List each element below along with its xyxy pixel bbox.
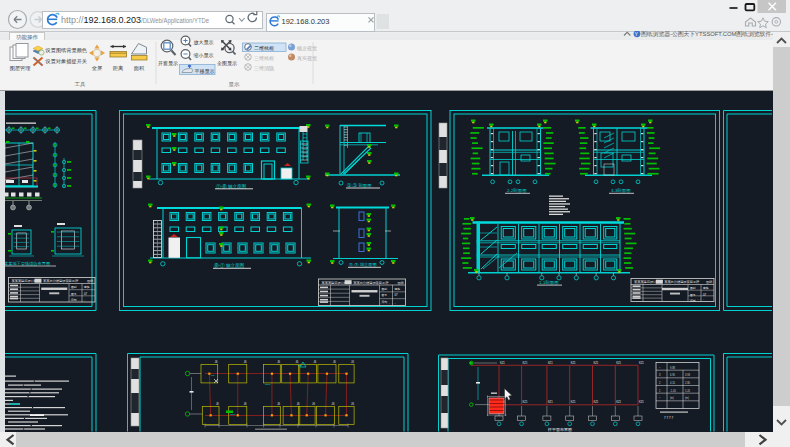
svg-text:KZ1: KZ1 [548, 361, 553, 365]
svg-text:三维线框: 三维线框 [254, 55, 274, 61]
svg-text:建施: 建施 [83, 285, 90, 289]
svg-text:KZ1: KZ1 [548, 400, 553, 404]
svg-text:6.95: 6.95 [670, 373, 676, 377]
svg-text:KZ1: KZ1 [594, 400, 599, 404]
svg-text:Ⓐ-Ⓐ 轴立面图: Ⓐ-Ⓐ 轴立面图 [349, 262, 377, 267]
svg-text:http://192.168.0.203/DLWeb/App: http://192.168.0.203/DLWeb/Application/Y… [61, 15, 209, 25]
svg-text:3.93: 3.93 [685, 373, 691, 377]
svg-text:开窗显示: 开窗显示 [158, 60, 178, 67]
svg-text:KZ1: KZ1 [616, 400, 621, 404]
svg-text:某某办公楼建设项目工程: 某某办公楼建设项目工程 [353, 281, 389, 285]
svg-text:平移显示: 平移显示 [195, 68, 215, 75]
svg-text:全图显示: 全图显示 [217, 60, 237, 67]
svg-text:......: ...... [70, 298, 87, 302]
svg-text:面积: 面积 [134, 65, 145, 71]
svg-text:Y: Y [635, 31, 639, 37]
svg-text:KZ1: KZ1 [616, 361, 621, 365]
svg-text:显示: 显示 [229, 81, 241, 87]
svg-text:图别: 图别 [71, 285, 77, 289]
svg-text:图层管理: 图层管理 [10, 65, 31, 72]
svg-text:图号: 图号 [382, 293, 388, 297]
svg-text:设置对象捕捉开关: 设置对象捕捉开关 [45, 58, 88, 65]
svg-text:工具: 工具 [75, 81, 87, 87]
svg-text:KZ1: KZ1 [571, 361, 576, 365]
svg-text:二维线框: 二维线框 [254, 45, 274, 51]
svg-text:KZ1: KZ1 [571, 400, 576, 404]
svg-text:KZ1: KZ1 [523, 361, 528, 365]
svg-text:4.15: 4.15 [670, 381, 676, 385]
svg-text:(m): (m) [670, 396, 674, 400]
svg-text:全屏: 全屏 [92, 65, 103, 71]
svg-text:......: ...... [689, 297, 706, 301]
svg-text:07: 07 [84, 292, 88, 296]
svg-text:KZ1: KZ1 [639, 400, 644, 404]
svg-text:╍╍╍: ╍╍╍ [230, 413, 236, 417]
svg-text:某某办公楼建设项目工程: 某某办公楼建设项目工程 [664, 280, 700, 284]
svg-text:图纸: 图纸 [706, 280, 713, 284]
svg-text:图别: 图别 [382, 287, 388, 291]
svg-text:概念视觉: 概念视觉 [296, 45, 317, 52]
svg-text:KZ1: KZ1 [639, 361, 644, 365]
svg-text:......: ...... [381, 301, 398, 305]
svg-text:真实视觉: 真实视觉 [297, 55, 317, 62]
svg-text:某某地下管线综合布置图: 某某地下管线综合布置图 [5, 261, 50, 266]
svg-text:1-1剖面图: 1-1剖面图 [539, 280, 559, 285]
svg-text:2-2剖面图: 2-2剖面图 [507, 188, 527, 193]
svg-text:某某办公楼建设项目工程: 某某办公楼建设项目工程 [43, 279, 79, 283]
svg-text:9.88: 9.88 [670, 366, 676, 370]
svg-text:建施: 建施 [702, 286, 709, 290]
svg-text:图纸浏览器-公图天下YTSSOFT.COM图纸浏览软件-试用: 图纸浏览器-公图天下YTSSOFT.COM图纸浏览软件-试用版 [641, 31, 773, 38]
svg-text:2.80: 2.80 [685, 381, 691, 385]
svg-text:╍╍: ╍╍ [211, 374, 215, 378]
svg-text:三维消隐: 三维消隐 [254, 65, 274, 72]
svg-text:KZ1: KZ1 [594, 361, 599, 365]
svg-text:图纸: 图纸 [87, 279, 94, 283]
svg-text:放大显示: 放大显示 [194, 39, 214, 46]
svg-text:距离: 距离 [113, 65, 124, 71]
svg-text:某某某建筑设计院: 某某某建筑设计院 [322, 281, 348, 285]
svg-text:缩小显示: 缩小显示 [194, 52, 214, 58]
svg-text:07: 07 [395, 293, 399, 297]
svg-text:③-③ 剖面图: ③-③ 剖面图 [347, 183, 372, 188]
svg-text:图号: 图号 [71, 292, 77, 296]
svg-text:图别: 图别 [690, 286, 696, 290]
svg-text:192.168.0.203: 192.168.0.203 [282, 17, 330, 26]
svg-text:某某某建筑设计院: 某某某建筑设计院 [12, 279, 38, 283]
svg-text:(m): (m) [685, 396, 689, 400]
svg-text:07: 07 [703, 293, 707, 297]
svg-text:-1.05: -1.05 [670, 389, 676, 393]
svg-text:建施: 建施 [394, 287, 401, 291]
svg-text:设置图纸背景颜色: 设置图纸背景颜色 [45, 47, 88, 53]
svg-text:╍╍╍: ╍╍╍ [265, 383, 271, 387]
svg-text:图号: 图号 [690, 293, 696, 297]
svg-text:7 7 7 7: 7 7 7 7 [664, 416, 674, 420]
svg-text:KZ1: KZ1 [500, 361, 505, 365]
svg-text:5.20: 5.20 [685, 389, 691, 393]
svg-text:图纸: 图纸 [398, 281, 405, 285]
svg-text:3-3剖面图: 3-3剖面图 [611, 188, 631, 193]
svg-text:KZ1: KZ1 [523, 400, 528, 404]
